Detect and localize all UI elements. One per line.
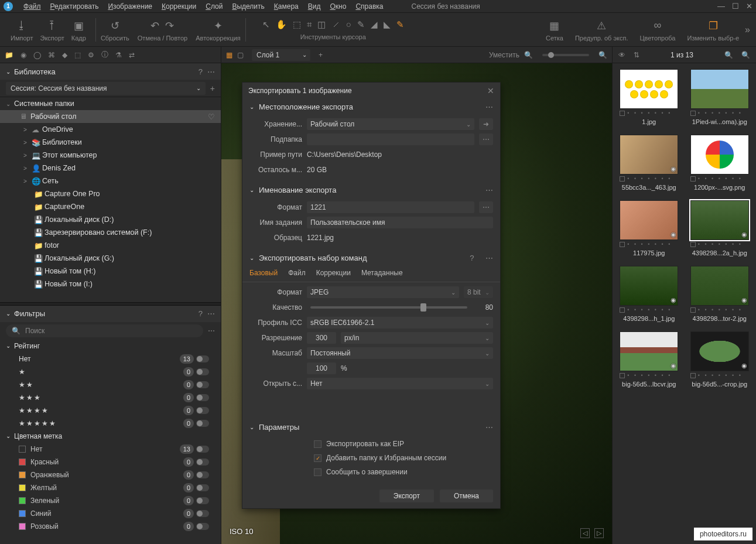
scale-select[interactable]: Постоянный bbox=[307, 347, 493, 359]
colorlabel-filter-row[interactable]: Синий0 bbox=[0, 507, 221, 520]
system-folders-header[interactable]: ⌄Системные папки bbox=[0, 97, 221, 110]
toolbar-overflow[interactable]: » bbox=[745, 25, 750, 35]
close-icon[interactable]: ✕ bbox=[487, 86, 494, 95]
crop-tool[interactable]: ⌗ bbox=[307, 19, 312, 30]
tab-camera-icon[interactable]: ◉ bbox=[20, 51, 26, 59]
filter-toggle[interactable] bbox=[196, 459, 209, 466]
more-icon[interactable]: ⋯ bbox=[207, 67, 215, 76]
browser-visibility-icon[interactable]: 👁 bbox=[618, 51, 625, 59]
exposure-warning-button[interactable]: ⚠ Предупр. об эксп. bbox=[575, 18, 628, 42]
menu-edit[interactable]: Редактировать bbox=[46, 1, 104, 12]
next-image-button[interactable]: ▷ bbox=[594, 528, 604, 538]
filter-toggle[interactable] bbox=[196, 497, 209, 504]
thumbnail[interactable]: ◉• • • • • • •4398298...h_1.jpg bbox=[616, 266, 682, 322]
chevron-down-icon[interactable]: ⌄ bbox=[6, 69, 11, 75]
rating-filter-row[interactable]: ★★★★★0 bbox=[0, 417, 221, 430]
image-viewer[interactable]: ISO 10 ◁ ▷ Экспортировать 1 изображение … bbox=[221, 63, 612, 544]
menu-image[interactable]: Изображение bbox=[103, 1, 157, 12]
rating-filter-row[interactable]: ★★0 bbox=[0, 378, 221, 391]
view-single-icon[interactable]: ▢ bbox=[237, 51, 244, 59]
tree-item[interactable]: 🖥Рабочий стол♡ bbox=[0, 110, 221, 123]
tab-color-icon[interactable]: ◆ bbox=[62, 51, 67, 59]
tree-item[interactable]: >👤Denis Zed bbox=[0, 162, 221, 175]
rotate-tool[interactable]: ◫ bbox=[317, 19, 326, 30]
jobname-input[interactable]: Пользовательское имя bbox=[307, 217, 493, 228]
tab-link-icon[interactable]: ⌘ bbox=[48, 51, 55, 59]
tab-adjust-icon[interactable]: ⚗ bbox=[115, 51, 122, 59]
export-button[interactable]: ⭱ Экспорт bbox=[40, 18, 64, 42]
zoom-in-icon[interactable]: 🔍 bbox=[598, 51, 607, 59]
add-session-icon[interactable]: + bbox=[210, 84, 215, 93]
import-button[interactable]: ⭳ Импорт bbox=[11, 18, 33, 42]
tab-lens-icon[interactable]: ◯ bbox=[33, 51, 41, 59]
tree-item[interactable]: 💾Локальный диск (G:) bbox=[0, 252, 221, 265]
menu-layer[interactable]: Слой bbox=[201, 1, 227, 12]
tab-basic[interactable]: Базовый bbox=[249, 269, 278, 279]
icc-select[interactable]: sRGB IEC61966-2.1 bbox=[307, 317, 493, 329]
rating-filter-row[interactable]: Нет13 bbox=[0, 353, 221, 365]
colorlabel-filter-row[interactable]: Оранжевый0 bbox=[0, 468, 221, 481]
filter-toggle[interactable] bbox=[196, 510, 209, 517]
spot-tool[interactable]: ○ bbox=[346, 19, 351, 30]
filter-toggle[interactable] bbox=[196, 381, 209, 388]
tree-item[interactable]: 💾Новый том (H:) bbox=[0, 265, 221, 278]
tab-crop-icon[interactable]: ⬚ bbox=[74, 51, 81, 59]
tab-info-icon[interactable]: ⓘ bbox=[101, 50, 108, 60]
filter-toggle[interactable] bbox=[196, 471, 209, 478]
capture-button[interactable]: ▣ Кадр bbox=[71, 18, 86, 42]
session-selector[interactable]: Сессия: Сессия без названия ⌄ bbox=[6, 82, 206, 95]
filter-search-input[interactable]: 🔍 Поиск bbox=[6, 324, 203, 337]
rating-filter-row[interactable]: ★0 bbox=[0, 365, 221, 378]
prev-image-button[interactable]: ◁ bbox=[580, 528, 590, 538]
menu-file[interactable]: Файл bbox=[19, 1, 46, 12]
browser-search-icon[interactable]: 🔍 bbox=[741, 51, 750, 59]
tree-item[interactable]: >🌐Сеть bbox=[0, 175, 221, 187]
subfolder-input[interactable] bbox=[307, 134, 474, 145]
browser-zoom-icon[interactable]: 🔍 bbox=[724, 51, 733, 59]
thumbnail[interactable]: • • • • • • •1Pied-wi...oma).jpg bbox=[687, 69, 753, 125]
tree-item[interactable]: 📁Capture One Pro bbox=[0, 187, 221, 200]
grid-button[interactable]: ▦ Сетка bbox=[546, 18, 563, 42]
tree-item[interactable]: >📚Библиотеки bbox=[0, 136, 221, 149]
goto-folder-icon[interactable]: ➜ bbox=[479, 118, 493, 130]
thumbnail[interactable]: ◉• • • • • • •4398298...2a_h.jpg bbox=[687, 200, 753, 256]
keystone-tool[interactable]: ⟋ bbox=[331, 19, 340, 30]
filter-toggle[interactable] bbox=[196, 368, 209, 375]
pointer-tool[interactable]: ↖ bbox=[262, 19, 270, 30]
filter-toggle[interactable] bbox=[196, 420, 209, 427]
rating-filter-row[interactable]: ★★★0 bbox=[0, 391, 221, 404]
resolution-unit-select[interactable]: px/in bbox=[341, 332, 493, 344]
window-minimize[interactable]: — bbox=[717, 2, 725, 11]
name-format-menu-icon[interactable]: ⋯ bbox=[479, 201, 493, 213]
resolution-input[interactable]: 300 bbox=[307, 332, 336, 344]
colorlabel-filter-row[interactable]: Красный0 bbox=[0, 456, 221, 468]
menu-help[interactable]: Справка bbox=[351, 1, 388, 12]
zoom-out-icon[interactable]: 🔍 bbox=[524, 51, 533, 59]
chevron-down-icon[interactable]: ⌄ bbox=[6, 310, 11, 317]
favfolder-checkbox[interactable]: ✓ bbox=[314, 454, 321, 462]
cancel-button[interactable]: Отмена bbox=[440, 490, 493, 502]
tree-item[interactable]: >💻Этот компьютер bbox=[0, 149, 221, 162]
colorlabel-filter-row[interactable]: Розовый0 bbox=[0, 520, 221, 533]
storage-select[interactable]: Рабочий стол bbox=[307, 118, 474, 130]
thumbnail[interactable]: ◉• • • • • • •117975.jpg bbox=[616, 200, 682, 256]
colorlabel-filter-header[interactable]: ⌄Цветная метка bbox=[0, 430, 221, 443]
gradient-tool[interactable]: ◣ bbox=[384, 19, 391, 30]
filter-toggle[interactable] bbox=[196, 446, 209, 453]
hand-tool[interactable]: ✋ bbox=[276, 19, 287, 30]
quality-slider[interactable] bbox=[310, 306, 467, 309]
zoom-slider[interactable] bbox=[542, 54, 589, 56]
eip-checkbox[interactable] bbox=[314, 440, 321, 448]
filter-toggle[interactable] bbox=[196, 394, 209, 401]
tab-gear-icon[interactable]: ⚙ bbox=[88, 51, 94, 59]
heart-icon[interactable]: ♡ bbox=[208, 112, 215, 121]
undo-redo-button[interactable]: ↶ ↷ Отмена / Повтор bbox=[138, 18, 187, 42]
menu-camera[interactable]: Камера bbox=[269, 1, 303, 12]
fileformat-select[interactable]: JPEG bbox=[307, 286, 459, 298]
openwith-select[interactable]: Нет bbox=[307, 378, 493, 389]
tab-share-icon[interactable]: ⇄ bbox=[129, 51, 135, 59]
sort-icon[interactable]: ⇅ bbox=[634, 51, 639, 59]
menu-window[interactable]: Окно bbox=[326, 1, 351, 12]
tab-folder-icon[interactable]: 📁 bbox=[5, 51, 13, 59]
tab-corrections[interactable]: Коррекции bbox=[316, 269, 351, 279]
